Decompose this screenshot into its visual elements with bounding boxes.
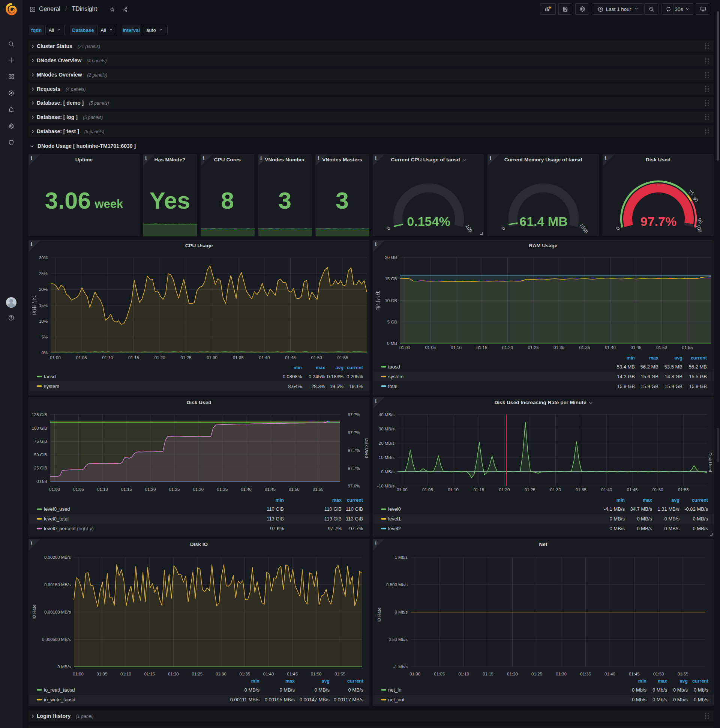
svg-text:97.7%: 97.7%	[349, 526, 363, 531]
svg-text:97.7%: 97.7%	[641, 214, 676, 228]
svg-text:0.00111 MB/s: 0.00111 MB/s	[230, 697, 260, 702]
svg-text:01:05: 01:05	[73, 487, 84, 492]
svg-text:0 MB/s: 0 MB/s	[315, 687, 330, 693]
svg-text:01:55: 01:55	[682, 345, 693, 350]
svg-text:01:10: 01:10	[97, 487, 108, 492]
svg-text:max: max	[316, 365, 325, 370]
svg-text:20%: 20%	[39, 287, 47, 292]
svg-text:-10 MB/s: -10 MB/s	[377, 484, 395, 488]
svg-text:19.1%: 19.1%	[349, 384, 363, 389]
svg-text:0 MB/s: 0 MB/s	[610, 526, 625, 531]
svg-text:01:20: 01:20	[145, 487, 156, 492]
svg-text:current: current	[692, 679, 709, 684]
svg-text:5 GB: 5 GB	[387, 320, 398, 324]
svg-text:125 GiB: 125 GiB	[32, 412, 47, 417]
svg-text:01:25: 01:25	[531, 672, 542, 676]
svg-text:15.9 GB: 15.9 GB	[689, 384, 707, 389]
svg-text:15.9 GB: 15.9 GB	[641, 384, 659, 389]
svg-text:level1: level1	[388, 516, 401, 522]
svg-text:01:25: 01:25	[528, 345, 539, 350]
svg-text:01:50: 01:50	[656, 345, 667, 350]
svg-text:1589: 1589	[579, 222, 589, 234]
svg-text:0 MB/s: 0 MB/s	[637, 516, 653, 522]
svg-text:01:20: 01:20	[507, 672, 518, 676]
svg-text:53.4 MB: 53.4 MB	[617, 364, 635, 370]
svg-text:01:45: 01:45	[287, 672, 298, 676]
svg-text:01:35: 01:35	[576, 488, 586, 492]
svg-text:01:20: 01:20	[502, 345, 513, 350]
svg-text:-0.82 MB/s: -0.82 MB/s	[684, 506, 708, 512]
svg-text:0.0808%: 0.0808%	[283, 374, 302, 379]
svg-text:0.00200 MB/s: 0.00200 MB/s	[44, 555, 71, 560]
svg-text:01:25: 01:25	[192, 672, 203, 676]
svg-text:50 GiB: 50 GiB	[34, 453, 47, 457]
svg-text:97.7%: 97.7%	[348, 430, 360, 435]
svg-text:100: 100	[464, 223, 473, 233]
svg-text:avg: avg	[679, 679, 688, 684]
svg-text:30 MB/s: 30 MB/s	[379, 427, 395, 431]
svg-text:0 MB/s: 0 MB/s	[57, 665, 71, 669]
svg-text:max: max	[658, 679, 667, 684]
svg-text:01:20: 01:20	[168, 672, 179, 676]
svg-text:01:40: 01:40	[604, 672, 615, 676]
svg-text:0.00195 MB/s: 0.00195 MB/s	[265, 697, 295, 702]
svg-text:30%: 30%	[39, 255, 47, 260]
svg-text:01:15: 01:15	[483, 672, 494, 676]
svg-text:97.6%: 97.6%	[270, 526, 284, 531]
svg-text:0: 0	[500, 226, 506, 231]
svg-text:01:40: 01:40	[259, 355, 270, 360]
svg-text:net_out: net_out	[388, 697, 405, 702]
svg-text:1 Mb/s: 1 Mb/s	[395, 555, 407, 560]
svg-text:Disk Used: Disk Used	[708, 453, 712, 472]
svg-text:0 MB/s: 0 MB/s	[665, 526, 680, 531]
svg-text:01:30: 01:30	[550, 488, 561, 492]
svg-text:-4.1 MB/s: -4.1 MB/s	[604, 506, 625, 512]
svg-text:01:05: 01:05	[76, 355, 87, 360]
svg-text:0.154%: 0.154%	[407, 214, 450, 228]
svg-text:01:50: 01:50	[653, 488, 664, 492]
svg-text:56.2 MB: 56.2 MB	[689, 364, 707, 370]
svg-text:01:40: 01:40	[605, 345, 616, 350]
svg-text:01:20: 01:20	[499, 488, 510, 492]
svg-text:97.7%: 97.7%	[328, 526, 342, 531]
svg-text:15 GB: 15 GB	[385, 277, 397, 281]
svg-text:system: system	[388, 374, 404, 379]
svg-text:110 GiB: 110 GiB	[267, 506, 284, 512]
svg-text:IO Rate: IO Rate	[377, 607, 381, 622]
svg-text:max: max	[285, 679, 295, 684]
svg-text:28.3%: 28.3%	[311, 384, 325, 389]
svg-text:01:55: 01:55	[337, 355, 348, 360]
svg-text:75 GiB: 75 GiB	[34, 439, 47, 444]
svg-text:level0_percent (right-y): level0_percent (right-y)	[44, 526, 94, 531]
svg-text:0.00150 MB/s: 0.00150 MB/s	[44, 583, 71, 587]
svg-text:level0: level0	[388, 506, 401, 512]
svg-text:0 Mb/s: 0 Mb/s	[632, 697, 647, 702]
svg-text:0.500 Mb/s: 0.500 Mb/s	[386, 583, 407, 587]
svg-text:level0_used: level0_used	[44, 506, 70, 512]
svg-text:0 Mb/s: 0 Mb/s	[694, 697, 709, 702]
svg-text:1.31 MB/s: 1.31 MB/s	[657, 506, 679, 512]
svg-text:0.00117 MB/s: 0.00117 MB/s	[334, 697, 364, 702]
svg-text:0 MB/s: 0 MB/s	[637, 526, 653, 531]
svg-text:113 GiB: 113 GiB	[346, 516, 363, 522]
svg-text:io_write_taosd: io_write_taosd	[44, 697, 75, 702]
svg-text:system: system	[44, 384, 59, 389]
svg-text:110 GiB: 110 GiB	[346, 506, 363, 512]
svg-text:01:20: 01:20	[154, 355, 165, 360]
svg-text:01:35: 01:35	[580, 672, 591, 676]
svg-text:0 GiB: 0 GiB	[37, 479, 47, 484]
svg-text:0.00100 MB/s: 0.00100 MB/s	[44, 610, 71, 614]
svg-text:19.5%: 19.5%	[329, 384, 343, 389]
svg-text:avg: avg	[321, 679, 329, 684]
svg-text:34.7 MB/s: 34.7 MB/s	[630, 506, 652, 512]
svg-text:01:15: 01:15	[477, 345, 488, 350]
svg-text:0 Mb/s: 0 Mb/s	[632, 687, 647, 693]
svg-text:100 GiB: 100 GiB	[32, 426, 47, 430]
svg-text:min: min	[294, 365, 302, 370]
svg-text:10%: 10%	[39, 319, 47, 323]
svg-text:14.2 GB: 14.2 GB	[617, 374, 635, 379]
svg-text:01:00: 01:00	[73, 672, 84, 676]
svg-text:53.5 MB: 53.5 MB	[665, 364, 682, 370]
svg-text:current: current	[691, 355, 707, 361]
svg-text:0 MB/s: 0 MB/s	[610, 516, 625, 522]
